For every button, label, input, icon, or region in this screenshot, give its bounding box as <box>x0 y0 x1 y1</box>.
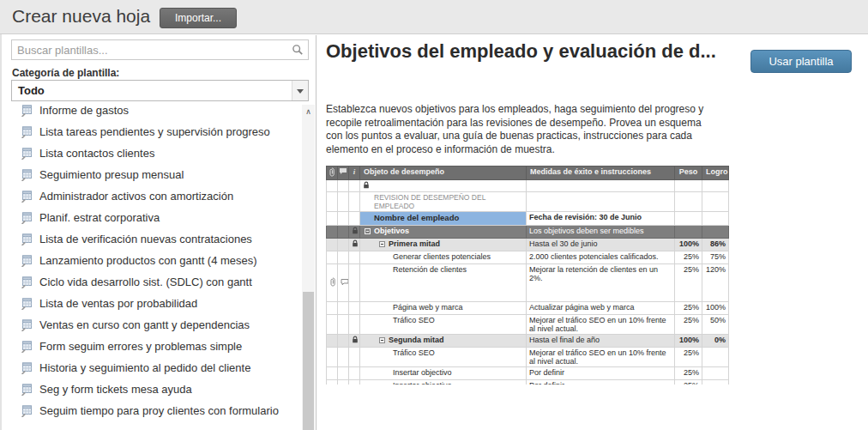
cell-medidas: Fecha de revisión: 30 de Junio <box>527 212 675 226</box>
lock-icon <box>352 240 359 249</box>
cell-medidas: Los objetivos deben ser medibles <box>527 226 675 239</box>
preview-row: REVISION DE DESEMPEÑO DEL EMPLEADO <box>327 192 729 212</box>
cell-comment <box>338 239 349 251</box>
template-item-label: Lista contactos clientes <box>39 147 154 160</box>
preview-row: Retención de clientesMejorar la retenció… <box>327 264 729 302</box>
cell-lock <box>349 180 360 192</box>
cell-lock <box>349 239 360 251</box>
cell-attachment <box>327 212 338 226</box>
cell-logro <box>702 192 729 212</box>
scrollbar-thumb[interactable] <box>303 292 314 430</box>
cell-peso: 25% <box>675 302 702 315</box>
search-icon[interactable] <box>292 44 304 56</box>
cell-comment <box>338 367 349 380</box>
sheet-icon <box>21 212 33 224</box>
sheet-icon <box>21 405 33 417</box>
template-list-item[interactable]: Informe de gastos <box>2 105 301 121</box>
preview-row: Generar clientes potenciales2.000 client… <box>327 251 729 264</box>
cell-attachment <box>327 192 338 212</box>
template-list-item[interactable]: Lista contactos clientes <box>2 142 301 164</box>
paperclip-icon <box>329 280 336 288</box>
sheet-icon <box>21 105 33 117</box>
cell-objeto: Primera mitad <box>360 239 527 251</box>
template-item-label: Historia y seguimiento al pedido del cli… <box>39 361 250 374</box>
cell-comment <box>338 180 349 192</box>
sheet-icon <box>21 169 33 181</box>
template-list-item[interactable]: Historia y seguimiento al pedido del cli… <box>2 357 301 379</box>
cell-peso <box>675 212 702 226</box>
use-template-button[interactable]: Usar plantilla <box>750 50 852 73</box>
comment-icon <box>341 279 349 288</box>
import-button[interactable]: Importar... <box>160 8 237 28</box>
cell-logro: 75% <box>702 251 729 264</box>
cell-medidas: Hasta el final de año <box>527 335 675 348</box>
template-item-label: Informe de gastos <box>39 105 129 117</box>
cell-peso: 25% <box>675 367 702 380</box>
template-list-item[interactable]: Ciclo vida desarrollo sist. (SDLC) con g… <box>2 271 301 293</box>
template-list-item[interactable]: Lista de ventas por probabilidad <box>2 293 301 314</box>
template-item-label: Ventas en curso con gantt y dependencias <box>39 318 250 331</box>
cell-objeto: Insertar objectivo <box>360 380 527 385</box>
cell-peso: 25% <box>675 380 702 385</box>
template-list-item[interactable]: Lista de verificación nuevas contratacio… <box>2 228 301 250</box>
template-list-item[interactable]: Seguimiento presup mensual <box>2 164 301 185</box>
cell-attachment <box>327 380 338 385</box>
cell-logro: 86% <box>702 239 729 251</box>
cell-peso: 25% <box>675 348 702 367</box>
cell-logro <box>702 212 729 226</box>
column-header-medidas: Medidas de éxito e instrucciones <box>527 167 675 180</box>
template-list-item[interactable]: Seg y form tickets mesa ayuda <box>2 379 301 400</box>
template-item-label: Form seguim errores y problemas simple <box>39 340 242 353</box>
preview-row: Tráfico SEOMejorar el tráfico SEO en un … <box>327 348 729 367</box>
preview-row: Segunda mitadHasta el final de año100%0% <box>327 335 729 348</box>
cell-peso: 100% <box>675 335 702 348</box>
lock-icon <box>352 336 359 345</box>
cell-comment <box>338 226 349 239</box>
template-list: Informe de gastosLista tareas pendientes… <box>2 105 301 430</box>
template-list-item[interactable]: Planif. estrat corporativa <box>2 207 301 228</box>
cell-attachment <box>327 239 338 251</box>
template-item-label: Lista de verificación nuevas contratacio… <box>39 233 252 245</box>
template-list-item[interactable]: Lanzamiento productos con gantt (4 meses… <box>2 250 301 271</box>
template-item-label: Seg y form tickets mesa ayuda <box>39 383 192 396</box>
template-list-item[interactable]: Ventas en curso con gantt y dependencias <box>2 314 301 336</box>
cell-logro <box>702 367 729 380</box>
cell-lock <box>349 302 360 315</box>
lock-icon <box>352 227 359 236</box>
cell-medidas: Hasta el 30 de junio <box>527 239 675 251</box>
template-list-item[interactable]: Form seguim errores y problemas simple <box>2 336 301 357</box>
cell-lock <box>349 226 360 239</box>
sheet-icon <box>21 298 33 310</box>
cell-peso: 25% <box>675 315 702 335</box>
cell-objeto: Tráfico SEO <box>360 348 527 367</box>
scrollbar-up-icon[interactable]: ∧ <box>302 107 315 118</box>
template-search-box <box>11 39 309 60</box>
template-list-item[interactable]: Administrador activos con amortización <box>2 185 301 207</box>
sheet-icon <box>21 276 33 288</box>
sheet-icon <box>21 384 33 396</box>
cell-medidas: Mejorar el tráfico SEO en un 10% frente … <box>527 348 675 367</box>
cell-lock <box>349 251 360 264</box>
cell-comment <box>338 192 349 212</box>
category-label: Categoría de plantilla: <box>12 67 119 79</box>
template-list-item[interactable]: Seguim tiempo para proy clientes con for… <box>2 400 301 421</box>
search-input[interactable] <box>15 41 286 58</box>
sheet-icon <box>21 255 33 267</box>
template-list-item[interactable]: Lista tareas pendientes y supervisión pr… <box>2 121 301 142</box>
preview-header-row: i Objeto de desempeño Medidas de éxito e… <box>327 167 729 180</box>
cell-objeto: Nombre del empleado <box>360 212 527 226</box>
category-dropdown[interactable]: Todo <box>11 80 309 101</box>
template-item-label: Lista tareas pendientes y supervisión pr… <box>39 125 270 138</box>
chevron-down-icon[interactable] <box>292 81 308 100</box>
sheet-icon <box>21 362 33 374</box>
cell-logro <box>702 380 729 385</box>
template-item-label: Ciclo vida desarrollo sist. (SDLC) con g… <box>39 276 252 288</box>
cell-medidas: Por definir <box>527 367 675 380</box>
cell-lock <box>349 348 360 367</box>
cell-comment <box>338 264 349 302</box>
sidebar-scrollbar[interactable]: ∧ <box>302 105 315 430</box>
cell-comment <box>338 315 349 335</box>
cell-comment <box>338 380 349 385</box>
cell-lock <box>349 192 360 212</box>
cell-attachment <box>327 315 338 335</box>
